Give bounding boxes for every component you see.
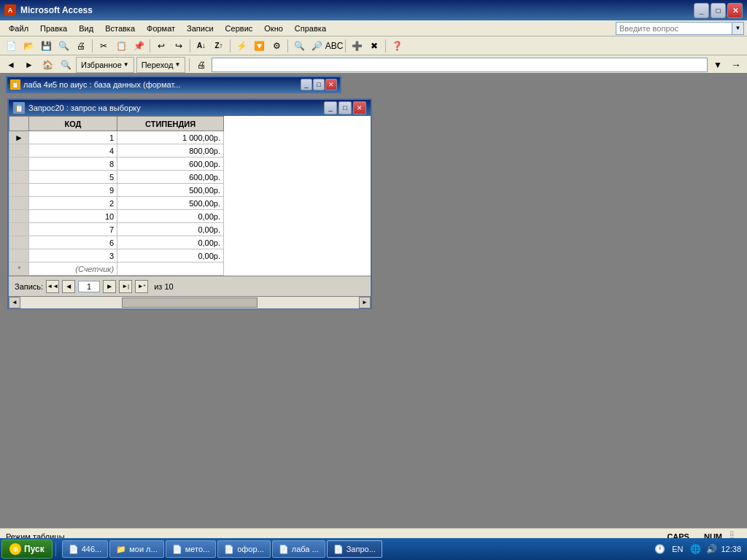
apply-filter-button[interactable]: ⚙: [268, 38, 285, 54]
spell-button[interactable]: ABC: [326, 38, 342, 54]
print-nav-button[interactable]: 🖨: [193, 57, 209, 73]
sort-desc-button[interactable]: Z↑: [211, 38, 227, 54]
cell-stipend[interactable]: 0,00р.: [117, 236, 224, 249]
scroll-track[interactable]: [20, 297, 359, 308]
new-record-button[interactable]: ➕: [349, 38, 365, 54]
cell-stipend[interactable]: 600,00р.: [117, 171, 224, 184]
table-row[interactable]: 30,00р.: [9, 249, 224, 262]
cell-kod[interactable]: 8: [28, 158, 117, 171]
nav-current-input[interactable]: 1: [78, 281, 100, 292]
cell-stipend[interactable]: 0,00р.: [117, 223, 224, 236]
address-dropdown-btn[interactable]: ▼: [710, 57, 726, 73]
db-minimize-btn[interactable]: _: [301, 79, 312, 90]
menu-window[interactable]: Окно: [258, 23, 289, 34]
table-row[interactable]: 4800,00р.: [9, 144, 224, 158]
cell-stipend[interactable]: 500,00р.: [117, 184, 224, 197]
menu-format[interactable]: Формат: [141, 23, 181, 34]
go-btn[interactable]: →: [728, 57, 744, 73]
paste-button[interactable]: 📌: [131, 38, 147, 54]
cell-stipend[interactable]: 0,00р.: [117, 249, 224, 262]
address-bar[interactable]: [212, 58, 708, 72]
cell-kod[interactable]: 9: [28, 184, 117, 197]
taskbar-item-0[interactable]: 📄 446...: [62, 540, 109, 558]
scroll-thumb[interactable]: [122, 298, 258, 308]
table-row[interactable]: 70,00р.: [9, 223, 224, 236]
menu-records[interactable]: Записи: [181, 23, 220, 34]
goto-arrow-icon: ▼: [174, 61, 180, 68]
db-maximize-btn[interactable]: □: [313, 79, 325, 90]
taskbar-item-4[interactable]: 📄 лаба ...: [272, 540, 325, 558]
menu-service[interactable]: Сервис: [220, 23, 259, 34]
filter-button[interactable]: ⚡: [233, 38, 249, 54]
scroll-right-btn[interactable]: ►: [359, 297, 371, 308]
print-button[interactable]: 🖨: [73, 38, 89, 54]
forward-button[interactable]: ►: [21, 57, 37, 73]
menu-help[interactable]: Справка: [289, 23, 332, 34]
search-input[interactable]: [616, 22, 732, 35]
maximize-button[interactable]: □: [711, 3, 726, 18]
cell-kod[interactable]: 10: [28, 210, 117, 223]
nav-new-btn[interactable]: ►*: [135, 280, 148, 293]
sort-asc-button[interactable]: A↓: [193, 38, 209, 54]
copy-button[interactable]: 📋: [113, 38, 129, 54]
cell-stipend[interactable]: 600,00р.: [117, 158, 224, 171]
table-row[interactable]: ►11 000,00р.: [9, 131, 224, 144]
nav-prev-btn[interactable]: ◄: [62, 280, 75, 293]
cell-stipend[interactable]: 1 000,00р.: [117, 131, 224, 144]
taskbar-item-3[interactable]: 📄 офор...: [217, 540, 271, 558]
back-button[interactable]: ◄: [3, 57, 19, 73]
new-button[interactable]: 📄: [3, 38, 19, 54]
home-button[interactable]: 🏠: [39, 57, 55, 73]
filter-sort-button[interactable]: 🔽: [251, 38, 267, 54]
cell-stipend[interactable]: 0,00р.: [117, 210, 224, 223]
query-minimize-btn[interactable]: _: [324, 101, 337, 114]
query-maximize-btn[interactable]: □: [338, 101, 352, 114]
table-row[interactable]: 9500,00р.: [9, 184, 224, 197]
start-button[interactable]: ⊞ Пуск: [1, 540, 53, 559]
cell-stipend[interactable]: 800,00р.: [117, 144, 224, 158]
nav-first-btn[interactable]: ◄◄: [46, 280, 59, 293]
table-row[interactable]: 60,00р.: [9, 236, 224, 249]
close-button[interactable]: ✕: [727, 3, 743, 18]
save-button[interactable]: 💾: [38, 38, 54, 54]
search-dropdown-icon[interactable]: ▼: [732, 22, 744, 35]
cell-kod[interactable]: 1: [28, 131, 117, 144]
help-button[interactable]: ❓: [389, 38, 405, 54]
table-row[interactable]: 8600,00р.: [9, 158, 224, 171]
cut-button[interactable]: ✂: [96, 38, 112, 54]
scroll-left-btn[interactable]: ◄: [9, 297, 20, 308]
menu-insert[interactable]: Вставка: [99, 23, 141, 34]
cell-kod[interactable]: 6: [28, 236, 117, 249]
open-button[interactable]: 📂: [20, 38, 36, 54]
taskbar-item-2[interactable]: 📄 мето...: [166, 540, 217, 558]
cell-kod[interactable]: 4: [28, 144, 117, 158]
table-row[interactable]: 100,00р.: [9, 210, 224, 223]
undo-button[interactable]: ↩: [153, 38, 169, 54]
minimize-button[interactable]: _: [694, 3, 709, 18]
query-close-btn[interactable]: ✕: [353, 101, 366, 114]
cell-kod[interactable]: 2: [28, 197, 117, 210]
menu-file[interactable]: Файл: [3, 23, 34, 34]
taskbar-item-1[interactable]: 📁 мои л...: [109, 540, 163, 558]
cell-kod[interactable]: 7: [28, 223, 117, 236]
favorites-button[interactable]: Избранное ▼: [76, 57, 134, 73]
cell-kod[interactable]: 5: [28, 171, 117, 184]
db-title-bar: 📋 лаба 4и5 по аиус : база данных (формат…: [7, 77, 340, 92]
nav-search-button[interactable]: 🔍: [58, 57, 74, 73]
db-close-btn[interactable]: ✕: [325, 79, 337, 90]
menu-view[interactable]: Вид: [73, 23, 99, 34]
goto-button[interactable]: Переход ▼: [136, 57, 186, 73]
redo-button[interactable]: ↪: [171, 38, 187, 54]
menu-edit[interactable]: Правка: [34, 23, 73, 34]
cell-kod[interactable]: 3: [28, 249, 117, 262]
cell-stipend[interactable]: 500,00р.: [117, 197, 224, 210]
delete-record-button[interactable]: ✖: [366, 38, 382, 54]
table-row[interactable]: 2500,00р.: [9, 197, 224, 210]
taskbar-item-5[interactable]: 📄 Запро...: [327, 540, 382, 558]
table-row[interactable]: 5600,00р.: [9, 171, 224, 184]
find-next-button[interactable]: 🔎: [309, 38, 325, 54]
search-button[interactable]: 🔍: [55, 38, 71, 54]
nav-last-btn[interactable]: ►|: [119, 280, 132, 293]
find-button[interactable]: 🔍: [291, 38, 307, 54]
nav-next-btn[interactable]: ►: [103, 280, 116, 293]
